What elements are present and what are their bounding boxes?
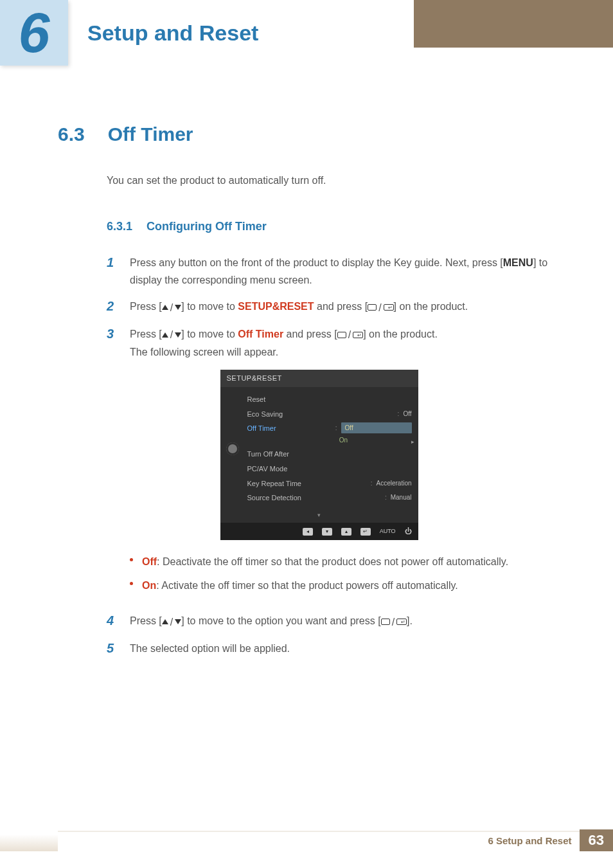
osd-item-pcav: PC/AV Mode — [247, 463, 288, 475]
subsection-number: 6.3.1 — [107, 220, 132, 233]
osd-item-reset: Reset — [247, 393, 266, 406]
up-down-icon: / — [162, 299, 181, 316]
section-title: Off Timer — [108, 123, 193, 145]
step-5: 5 The selected option will be applied. — [107, 640, 555, 657]
chapter-title: Setup and Reset — [87, 21, 258, 46]
auto-label: AUTO — [380, 527, 396, 536]
down-icon: ▾ — [322, 528, 332, 536]
step-3: 3 Press [/] to move to Off Timer and pre… — [107, 325, 555, 604]
osd-title: SETUP&RESET — [220, 370, 418, 387]
subsection-title: Configuring Off Timer — [147, 220, 267, 233]
left-icon: ◂ — [303, 528, 313, 536]
source-enter-icon: / — [381, 613, 407, 631]
header-accent-bar — [414, 0, 613, 48]
option-bullets: Off: Deactivate the off timer so that th… — [130, 553, 508, 594]
up-down-icon: / — [162, 326, 181, 343]
osd-item-offtimer: Off Timer — [247, 422, 276, 446]
osd-item-krt: Key Repeat Time — [247, 478, 301, 490]
source-enter-icon: / — [337, 326, 363, 343]
chevron-right-icon: ▸ — [411, 437, 414, 447]
step-4: 4 Press [/] to move to the option you wa… — [107, 612, 555, 630]
bullet-off: Off: Deactivate the off timer so that th… — [130, 553, 508, 570]
chapter-number: 6 — [19, 5, 50, 61]
power-icon: ⏻ — [405, 525, 412, 538]
osd-footer: ◂ ▾ ▴ ↵ AUTO ⏻ — [220, 523, 418, 540]
osd-offtimer-selection: Off — [341, 422, 412, 433]
subsection-heading: 6.3.1 Configuring Off Timer — [107, 220, 555, 233]
step-list: 1 Press any button on the front of the p… — [107, 254, 555, 657]
gear-icon — [224, 392, 241, 505]
section-heading: 6.3 Off Timer — [58, 123, 555, 145]
setup-reset-label: SETUP&RESET — [238, 301, 314, 312]
osd-item-turnoff: Turn Off After — [247, 448, 289, 460]
page-footer: 6 Setup and Reset 63 — [0, 831, 613, 868]
osd-item-eco: Eco Saving — [247, 408, 283, 420]
page-content: 6.3 Off Timer You can set the product to… — [0, 66, 613, 657]
chapter-number-box: 6 — [0, 0, 68, 66]
up-down-icon: / — [162, 613, 181, 631]
section-number: 6.3 — [58, 123, 85, 145]
chevron-down-icon: ▾ — [220, 511, 418, 523]
bullet-on: On: Activate the off timer so that the p… — [130, 577, 508, 594]
footer-page-number: 63 — [580, 829, 613, 851]
off-timer-label: Off Timer — [238, 329, 283, 339]
osd-screenshot: SETUP&RESET Reset Eco Saving:Off Off Tim… — [220, 370, 418, 540]
section-intro: You can set the product to automatically… — [107, 175, 555, 186]
footer-chapter-label: 6 Setup and Reset — [488, 835, 571, 846]
osd-offtimer-option-on: On — [335, 435, 412, 446]
page-header: 6 Setup and Reset — [0, 0, 613, 66]
menu-key-label: MENU — [503, 257, 533, 268]
step-1: 1 Press any button on the front of the p… — [107, 254, 555, 289]
source-enter-icon: / — [368, 299, 393, 316]
enter-icon: ↵ — [360, 528, 371, 536]
step-2: 2 Press [/] to move to SETUP&RESET and p… — [107, 298, 555, 316]
osd-item-src: Source Detection — [247, 492, 301, 504]
up-icon: ▴ — [341, 528, 351, 536]
